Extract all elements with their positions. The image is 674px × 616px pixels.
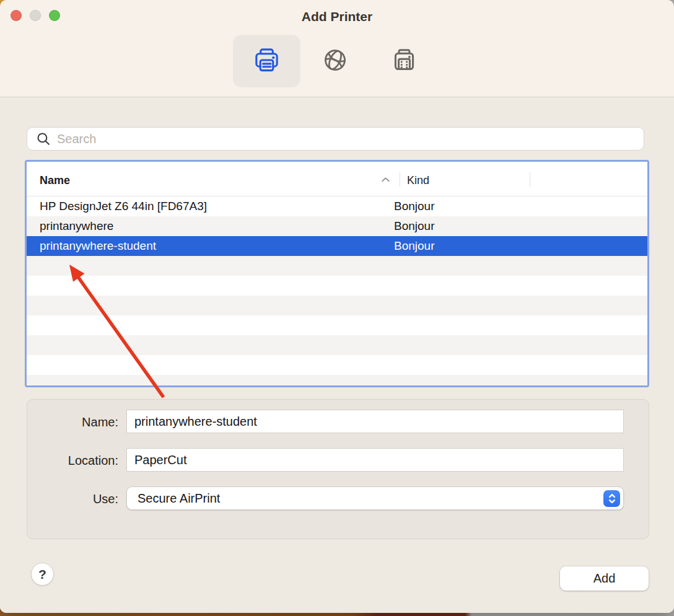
printer-list-header: Name Kind — [27, 162, 647, 196]
sort-ascending-icon — [381, 177, 390, 182]
printer-type-toolbar — [0, 35, 674, 88]
empty-row — [27, 335, 647, 355]
empty-row — [27, 355, 647, 375]
tab-default-printer[interactable] — [233, 35, 300, 87]
help-button[interactable]: ? — [31, 563, 54, 586]
column-header-name[interactable]: Name — [40, 162, 70, 196]
add-printer-window: Add Printer — [0, 0, 674, 613]
column-separator — [530, 172, 530, 187]
search-icon — [37, 132, 51, 146]
printer-icon — [252, 46, 281, 77]
search-input[interactable] — [57, 132, 644, 146]
use-label: Use: — [27, 486, 118, 510]
printer-details-form: Name: Location: Use: Secure AirPrint — [27, 399, 649, 539]
search-field — [27, 127, 644, 151]
tab-ip-printer[interactable] — [302, 35, 369, 87]
use-dropdown-value: Secure AirPrint — [127, 491, 623, 506]
name-label: Name: — [27, 410, 118, 433]
add-button[interactable]: Add — [560, 566, 649, 591]
window-title: Add Printer — [0, 0, 674, 31]
printer-row[interactable]: HP DesignJet Z6 44in [FD67A3] Bonjour — [27, 196, 647, 216]
printer-name-cell: printanywhere-student — [27, 239, 394, 253]
empty-row — [27, 276, 647, 296]
empty-row — [27, 256, 647, 276]
location-label: Location: — [27, 448, 118, 472]
printer-server-icon — [390, 46, 418, 76]
printer-list: Name Kind HP DesignJet Z6 44in [FD67A3] … — [25, 160, 649, 387]
content-area: Name Kind HP DesignJet Z6 44in [FD67A3] … — [0, 97, 674, 613]
globe-icon — [322, 46, 349, 76]
printer-kind-cell: Bonjour — [394, 200, 435, 213]
printer-row-selected[interactable]: printanywhere-student Bonjour — [27, 236, 647, 256]
printer-row[interactable]: printanywhere Bonjour — [27, 216, 647, 236]
empty-row — [27, 315, 647, 335]
tab-windows-printer[interactable] — [370, 35, 438, 87]
titlebar: Add Printer — [0, 0, 674, 31]
empty-row — [27, 375, 647, 387]
empty-row — [27, 296, 647, 315]
column-separator — [400, 172, 400, 187]
printer-name-cell: printanywhere — [27, 219, 394, 233]
name-field[interactable] — [126, 410, 624, 433]
printer-kind-cell: Bonjour — [394, 219, 435, 233]
dropdown-stepper-icon — [603, 490, 620, 507]
location-field[interactable] — [126, 448, 624, 472]
printer-name-cell: HP DesignJet Z6 44in [FD67A3] — [27, 200, 394, 213]
use-dropdown[interactable]: Secure AirPrint — [126, 486, 624, 510]
printer-kind-cell: Bonjour — [394, 239, 435, 253]
column-header-kind[interactable]: Kind — [407, 162, 429, 196]
